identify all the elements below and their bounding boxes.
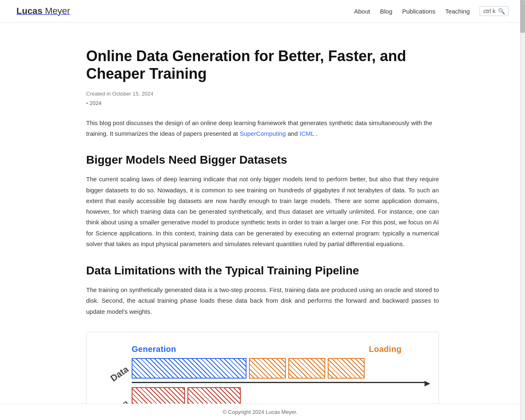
copyright-text: © Copyright 2024 Lucas Meyer. (223, 409, 297, 415)
scrollbar[interactable] (520, 0, 525, 420)
brand-last: Meyer (43, 6, 70, 16)
generation-label: Generation (132, 345, 176, 354)
section1-heading: Bigger Models Need Bigger Datasets (86, 153, 439, 167)
search-button[interactable]: ctrl k 🔍 (479, 6, 509, 16)
generation-bar (132, 358, 247, 379)
time-arrow (132, 382, 426, 383)
section2-heading: Data Limitations with the Typical Traini… (86, 264, 439, 277)
navbar: Lucas Meyer About Blog Publications Teac… (0, 0, 525, 23)
supercomputing-link[interactable]: SuperComputing (240, 130, 286, 137)
icml-link[interactable]: ICML (299, 130, 314, 137)
search-label: ctrl k (483, 8, 495, 14)
nav-teaching[interactable]: Teaching (445, 8, 470, 15)
article-year: 2024 (86, 100, 102, 106)
loading-label: Loading (369, 345, 402, 354)
main-content: Online Data Generation for Better, Faste… (78, 23, 447, 420)
data-label-text: Data (108, 364, 130, 383)
nav-links: About Blog Publications Teaching ctrl k … (354, 6, 509, 16)
brand-first: Lucas (16, 6, 43, 16)
search-icon: 🔍 (498, 8, 505, 14)
data-y-label: Data (101, 364, 130, 389)
data-row: Data (99, 358, 426, 379)
loading-bar-2 (288, 358, 325, 379)
section1-text: The current scaling laws of deep learnin… (86, 174, 439, 249)
nav-about[interactable]: About (354, 8, 370, 15)
time-row (99, 382, 426, 383)
brand-link[interactable]: Lucas Meyer (16, 6, 70, 16)
nav-publications[interactable]: Publications (402, 8, 436, 15)
intro-paragraph: This blog post discusses the design of a… (86, 118, 439, 139)
data-bars (132, 358, 426, 379)
footer: © Copyright 2024 Lucas Meyer. (0, 404, 520, 420)
intro-end: . (316, 130, 317, 137)
article-date: Created in October 15, 2024 (86, 91, 439, 97)
loading-bar-3 (328, 358, 365, 379)
article-title: Online Data Generation for Better, Faste… (86, 47, 439, 82)
loading-bar-1 (249, 358, 286, 379)
nav-blog[interactable]: Blog (380, 8, 392, 15)
scrollbar-thumb[interactable] (520, 0, 525, 33)
year-label: 2024 (90, 100, 102, 106)
intro-and: and (288, 130, 299, 137)
diagram-labels: Generation Loading (99, 345, 426, 354)
section2-text: The training on synthetically generated … (86, 285, 439, 317)
